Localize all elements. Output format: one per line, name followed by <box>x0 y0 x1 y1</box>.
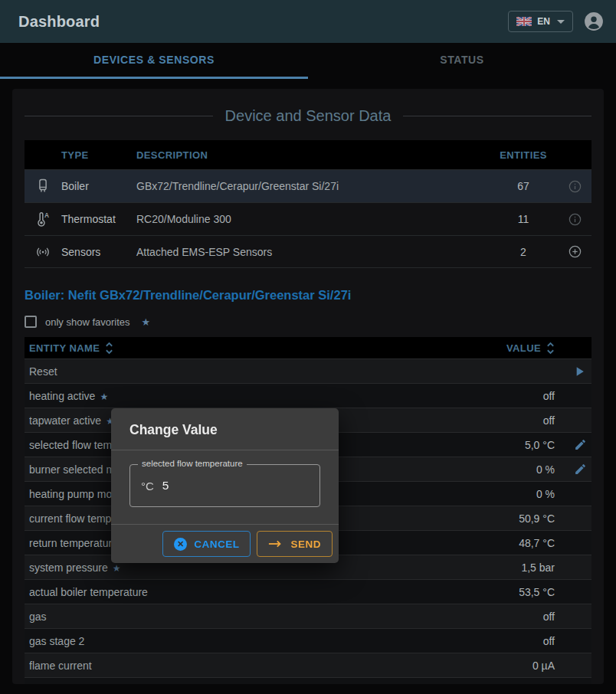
add-circle-icon[interactable] <box>558 244 591 259</box>
person-icon <box>584 11 604 31</box>
sort-value[interactable]: VALUE <box>506 342 555 355</box>
device-entities-count: 2 <box>489 246 558 258</box>
value-input-text: 5 <box>162 479 169 493</box>
entity-value: off <box>543 414 555 427</box>
uk-flag-icon <box>516 17 532 26</box>
entity-row: flame current0 µA <box>25 653 591 677</box>
device-row-boiler[interactable]: BoilerGBx72/Trendline/Cerapur/Greenstar … <box>25 169 591 202</box>
entity-value: 0 µA <box>532 660 555 672</box>
col-entity-name: ENTITY NAME <box>29 342 100 354</box>
device-description: RC20/Moduline 300 <box>136 213 489 225</box>
value-input[interactable]: selected flow temperature °C 5 <box>129 464 320 507</box>
value-input-label: selected flow temperature <box>138 459 247 468</box>
sort-entity-name[interactable]: ENTITY NAME <box>29 342 506 355</box>
edit-pencil-icon[interactable] <box>564 438 587 451</box>
change-value-dialog: Change Value selected flow temperature °… <box>111 408 339 563</box>
send-button[interactable]: SEND <box>257 531 333 557</box>
favorites-filter: only show favorites ★ <box>25 316 591 328</box>
language-selector[interactable]: EN <box>508 11 573 32</box>
entity-row: heating active★off <box>25 383 591 408</box>
entity-name: actual boiler temperature <box>29 586 519 598</box>
device-entities-count: 67 <box>489 180 558 192</box>
tab-bar: DEVICES & SENSORS STATUS <box>0 43 616 79</box>
entity-row: actual boiler temperature53,5 °C <box>25 579 591 604</box>
entity-value: 50,9 °C <box>519 512 555 525</box>
info-icon[interactable] <box>558 179 591 194</box>
entity-row: gasoff <box>25 604 591 628</box>
col-type: TYPE <box>61 149 136 161</box>
thermostat-icon: A <box>25 211 61 228</box>
tab-status[interactable]: STATUS <box>308 43 616 79</box>
entity-value: 5,0 °C <box>525 439 555 451</box>
device-table-body: BoilerGBx72/Trendline/Cerapur/Greenstar … <box>25 169 591 268</box>
sort-icon <box>546 342 555 355</box>
entity-name: gas stage 2 <box>29 635 543 647</box>
svg-text:A: A <box>44 212 49 219</box>
account-avatar[interactable] <box>584 11 604 31</box>
chevron-down-icon <box>557 20 565 24</box>
cancel-button[interactable]: ✕ CANCEL <box>162 531 251 557</box>
entity-value: 1,5 bar <box>521 561 555 574</box>
device-description: GBx72/Trendline/Cerapur/Greenstar Si/27i <box>136 180 489 192</box>
entity-value: off <box>543 390 555 402</box>
edit-pencil-icon[interactable] <box>564 463 587 476</box>
language-label: EN <box>537 16 550 27</box>
tab-devices-sensors[interactable]: DEVICES & SENSORS <box>0 43 308 79</box>
entity-name: gas <box>29 611 543 623</box>
dialog-actions: ✕ CANCEL SEND <box>111 524 339 563</box>
entity-table-header: ENTITY NAME VALUE <box>25 337 591 358</box>
entity-value: off <box>543 635 555 647</box>
entity-name: heating active★ <box>29 390 543 402</box>
device-row-sensors[interactable]: SensorsAttached EMS-ESP Sensors2 <box>25 235 591 268</box>
boiler-icon <box>25 178 61 195</box>
device-entities-count: 11 <box>489 213 558 225</box>
entity-value: off <box>543 611 555 623</box>
run-command-icon[interactable] <box>564 364 587 379</box>
favorite-star-icon: ★ <box>100 391 108 402</box>
entity-value: 0 % <box>536 488 555 500</box>
device-type: Boiler <box>61 180 136 192</box>
entity-name: Reset <box>29 365 555 378</box>
boiler-section-title: Boiler: Nefit GBx72/Trendline/Cerapur/Gr… <box>25 288 591 303</box>
app-bar: Dashboard EN <box>0 0 616 43</box>
cancel-button-label: CANCEL <box>194 539 239 550</box>
dialog-body: selected flow temperature °C 5 <box>111 450 339 524</box>
device-type: Thermostat <box>61 213 136 225</box>
entity-row: heating pumpoff <box>25 677 591 684</box>
device-row-thermostat[interactable]: AThermostatRC20/Moduline 30011 <box>25 202 591 235</box>
send-button-label: SEND <box>290 539 321 550</box>
favorite-star-icon: ★ <box>113 563 121 574</box>
entity-name: flame current <box>29 660 532 672</box>
device-table-header: TYPE DESCRIPTION ENTITIES <box>25 140 591 169</box>
entity-value: 53,5 °C <box>519 586 555 598</box>
device-type: Sensors <box>61 246 136 258</box>
info-icon[interactable] <box>558 212 591 227</box>
device-description: Attached EMS-ESP Sensors <box>136 246 489 258</box>
star-icon: ★ <box>142 316 151 328</box>
entity-value: 0 % <box>536 463 555 476</box>
section-title: Device and Sensor Data <box>25 107 591 125</box>
favorites-label: only show favorites <box>45 316 130 328</box>
unit-adornment: °C <box>141 480 154 493</box>
main-card: Device and Sensor Data TYPE DESCRIPTION … <box>12 89 604 684</box>
favorites-checkbox[interactable] <box>25 316 37 328</box>
page-title: Dashboard <box>18 13 508 31</box>
sort-icon <box>105 342 113 355</box>
col-value: VALUE <box>506 342 541 354</box>
entity-row[interactable]: Reset <box>25 358 591 383</box>
cancel-icon: ✕ <box>174 538 187 551</box>
col-description: DESCRIPTION <box>136 149 489 161</box>
entity-row: gas stage 2off <box>25 628 591 653</box>
entity-value: 48,7 °C <box>519 537 555 549</box>
arrow-right-icon <box>268 539 283 548</box>
entity-value: off <box>543 684 555 685</box>
dialog-title: Change Value <box>111 408 339 450</box>
sensors-icon <box>25 244 61 260</box>
col-entities: ENTITIES <box>489 149 558 161</box>
entity-name: heating pump <box>29 684 543 685</box>
